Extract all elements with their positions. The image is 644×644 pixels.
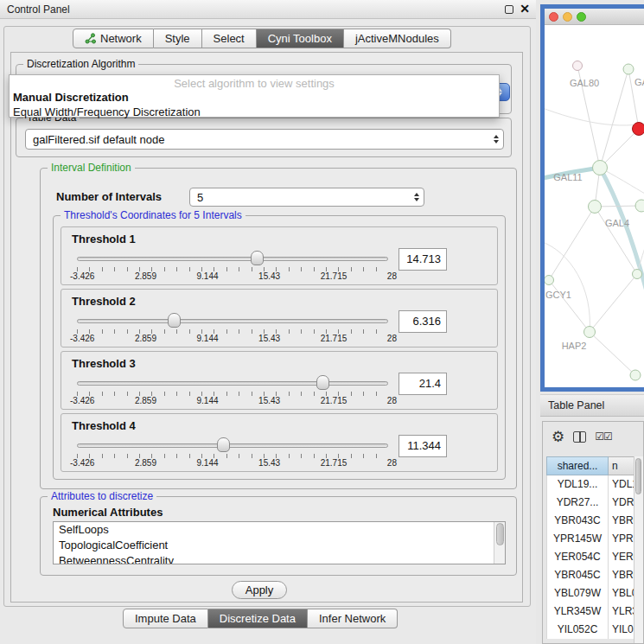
table-scrollbar[interactable]: [634, 456, 643, 644]
tick-label: 9.144: [197, 458, 219, 468]
dropdown-placeholder-option[interactable]: Select algorithm to view settings: [10, 75, 499, 90]
table-row[interactable]: YER054C YER0: [546, 548, 644, 566]
number-of-intervals-combo[interactable]: 5: [189, 188, 424, 207]
threshold-3-value-field[interactable]: 21.4: [399, 373, 447, 395]
threshold-4-value-field[interactable]: 11.344: [399, 435, 447, 457]
list-item-selfloops[interactable]: SelfLoops: [54, 522, 505, 538]
table-cell[interactable]: YDR27...: [546, 494, 609, 512]
table-cell[interactable]: YDL19...: [546, 475, 609, 494]
tab-discretize-data-label: Discretize Data: [220, 612, 296, 625]
slider-thumb[interactable]: [316, 375, 329, 390]
mac-minimize-icon[interactable]: [563, 12, 572, 22]
table-row[interactable]: YPR145W YPR1: [546, 530, 644, 548]
network-canvas[interactable]: GAL80 GA GAL11 GAL4 GCY1 HAP2: [545, 25, 644, 386]
table-cell[interactable]: YPR145W: [546, 530, 609, 548]
table-cell[interactable]: YBL079W: [546, 584, 609, 603]
slider-track[interactable]: [77, 443, 388, 448]
table-row[interactable]: YDR27... YDR2: [546, 494, 644, 512]
table-row[interactable]: YDL19... YDL1: [546, 475, 644, 494]
table-row[interactable]: YBL079W YBL0: [546, 584, 644, 603]
slider-thumb[interactable]: [251, 251, 264, 265]
mac-zoom-icon[interactable]: [577, 12, 586, 22]
slider-track[interactable]: [77, 319, 388, 323]
float-window-icon[interactable]: [505, 5, 513, 14]
threshold-4-slider[interactable]: [77, 437, 388, 453]
list-item-topologicalcoefficient[interactable]: TopologicalCoefficient: [54, 538, 505, 553]
network-node[interactable]: [584, 327, 596, 338]
tab-network-label: Network: [100, 32, 142, 45]
network-node[interactable]: [545, 276, 554, 285]
table-data-combo[interactable]: galFiltered.sif default node: [25, 129, 504, 150]
slider-tick-labels: -3.426 2.859 9.144 15.43 21.715 28: [70, 458, 397, 468]
tick-label: -3.426: [70, 396, 94, 405]
threshold-1-value-field[interactable]: 14.713: [399, 248, 447, 271]
network-node[interactable]: [593, 161, 608, 175]
close-icon[interactable]: ✕: [520, 2, 530, 16]
threshold-1-slider[interactable]: [77, 251, 388, 266]
tab-infer-network[interactable]: Infer Network: [308, 609, 398, 628]
network-node[interactable]: [573, 61, 583, 71]
slider-tick-labels: -3.426 2.859 9.144 15.43 21.715 28: [70, 396, 397, 405]
table-cell[interactable]: YIL052C: [546, 621, 609, 639]
table-cell[interactable]: YBR043C: [546, 512, 609, 530]
node-label-hap2: HAP2: [562, 341, 587, 351]
network-node-selected[interactable]: [633, 123, 644, 136]
tick-label: 9.144: [197, 271, 219, 281]
tab-impute-data[interactable]: Impute Data: [123, 609, 208, 628]
tab-select[interactable]: Select: [202, 29, 257, 48]
tab-style[interactable]: Style: [154, 29, 202, 48]
tick-label: 2.859: [135, 271, 156, 281]
tab-discretize-data[interactable]: Discretize Data: [208, 609, 308, 628]
column-header-shared-name[interactable]: shared...: [546, 456, 609, 475]
tab-cyni-toolbox[interactable]: Cyni Toolbox: [257, 29, 344, 48]
discretization-algorithm-group-label: Discretization Algorithm: [23, 58, 138, 70]
list-item-betweennesscentrality[interactable]: BetweennessCentrality: [54, 553, 505, 564]
tick-label: 2.859: [135, 458, 156, 468]
slider-thumb[interactable]: [168, 313, 181, 328]
numerical-attributes-list: SelfLoops TopologicalCoefficient Between…: [53, 521, 506, 564]
threshold-4-label: Threshold 4: [72, 419, 136, 432]
table-panel-title: Table Panel: [548, 399, 604, 411]
table-row[interactable]: YBR043C YBR0: [546, 512, 644, 530]
tick-label: 2.859: [135, 334, 156, 343]
slider-thumb[interactable]: [217, 437, 230, 452]
table-row[interactable]: YBR045C YBR0: [546, 566, 644, 584]
table-row[interactable]: YLR345W YLR3: [546, 603, 644, 621]
tab-network[interactable]: Network: [73, 29, 154, 48]
apply-button[interactable]: Apply: [232, 581, 287, 599]
network-node[interactable]: [589, 201, 602, 214]
gear-icon[interactable]: ⚙: [552, 430, 564, 444]
tick-label: 15.43: [258, 396, 280, 405]
list-scrollbar[interactable]: [494, 522, 505, 564]
screen: Control Panel ✕ Network Style Select: [0, 0, 644, 644]
table-cell[interactable]: YLR345W: [546, 603, 609, 621]
control-panel-title: Control Panel: [0, 3, 70, 16]
table-scrollbar-thumb[interactable]: [635, 458, 641, 494]
select-all-icon[interactable]: ☑☑: [595, 431, 612, 442]
table-header-row: shared... n: [546, 456, 644, 475]
node-label-gcy1: GCY1: [545, 290, 571, 300]
slider-track[interactable]: [77, 257, 388, 261]
network-node[interactable]: [635, 200, 644, 212]
tab-jactivemnodules[interactable]: jActiveMNodules: [344, 29, 451, 48]
dropdown-option-manual-discretization[interactable]: Manual Discretization: [10, 90, 499, 105]
threshold-2-value-field[interactable]: 6.316: [399, 310, 447, 333]
table-row[interactable]: YIL052C YIL0: [546, 621, 644, 639]
tab-style-label: Style: [165, 32, 190, 45]
mac-close-icon[interactable]: [549, 12, 558, 22]
network-node[interactable]: [633, 270, 642, 279]
slider-track[interactable]: [77, 381, 388, 386]
table-cell[interactable]: YBR045C: [546, 566, 609, 584]
table-cell[interactable]: YER054C: [546, 548, 609, 566]
network-graph[interactable]: GAL80 GA GAL11 GAL4 GCY1 HAP2: [545, 25, 644, 386]
table-panel-titlebar: Table Panel: [540, 394, 644, 417]
columns-icon[interactable]: [573, 431, 586, 443]
dropdown-option-equal-width-frequency[interactable]: Equal Width/Frequency Discretization: [10, 105, 499, 119]
threshold-2-slider[interactable]: [77, 313, 388, 328]
tick-label: 21.715: [321, 271, 348, 281]
network-node[interactable]: [623, 64, 634, 74]
threshold-3-slider[interactable]: [77, 375, 388, 391]
network-window-titlebar: [545, 9, 644, 25]
network-node[interactable]: [630, 370, 641, 380]
list-scrollbar-thumb[interactable]: [496, 523, 504, 545]
